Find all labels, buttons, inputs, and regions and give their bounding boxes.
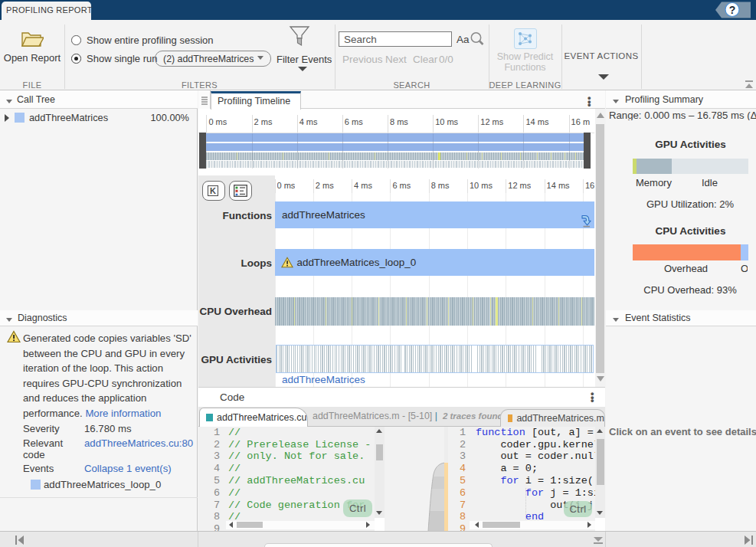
svg-text:?: ? [729, 4, 736, 16]
